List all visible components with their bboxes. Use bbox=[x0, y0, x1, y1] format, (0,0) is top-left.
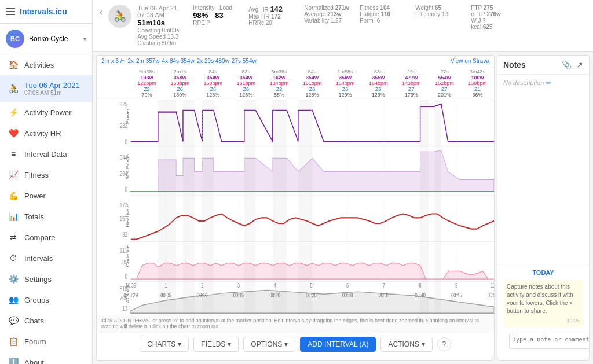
sidebar-item-label: Compare bbox=[24, 233, 55, 242]
charts-button[interactable]: CHARTS ▾ bbox=[140, 337, 189, 352]
int-seg-2: 2x bbox=[127, 58, 134, 64]
chevron-down-icon: ▾ bbox=[422, 340, 425, 348]
stat-power: Normalized 271w Average 213w Variability… bbox=[304, 5, 350, 46]
int-col-5: 84s354w161bpmZ6128% bbox=[295, 68, 328, 98]
sidebar-item-power[interactable]: 💪 Power bbox=[0, 185, 92, 206]
stat-kcal: kcal 625 bbox=[471, 24, 517, 30]
svg-text:92: 92 bbox=[122, 231, 127, 238]
stat-fitness: Fitness 104 Fatigue 110 Form -6 bbox=[360, 5, 406, 46]
main-chart-svg[interactable]: 625 282 0 544 294 0 172 157 92 111 85 0 … bbox=[97, 100, 494, 315]
sidebar-item-activity-hr[interactable]: ❤️ Activity HR bbox=[0, 123, 92, 144]
sidebar-item-label: Intervals bbox=[24, 254, 53, 263]
paperclip-icon[interactable]: 📎 bbox=[562, 60, 572, 69]
timer-icon: ⏱ bbox=[8, 253, 19, 263]
sidebar-item-compare[interactable]: ⇄ Compare bbox=[0, 227, 92, 248]
int-seg-3: 2m 357w bbox=[136, 58, 160, 64]
stat-fatigue: Fatigue 110 bbox=[360, 11, 406, 17]
no-description: No description ✏ bbox=[497, 75, 589, 91]
activity-stats: Tue 06 Apr 21 07:08 AM 51m10s Coasting 0… bbox=[137, 5, 586, 46]
chevron-down-icon[interactable]: ▾ bbox=[83, 36, 86, 42]
fields-button[interactable]: FIELDS ▾ bbox=[193, 337, 239, 352]
today-text: Capture notes about this activity and di… bbox=[507, 283, 580, 315]
bolt-icon: 💪 bbox=[8, 191, 19, 200]
stat-intensity-val: 98% 83 bbox=[193, 11, 239, 20]
svg-rect-7 bbox=[434, 100, 441, 315]
sidebar-item-fitness[interactable]: 📈 Fitness bbox=[0, 164, 92, 185]
sidebar-item-label: Groups bbox=[24, 296, 49, 304]
trend-icon: 📈 bbox=[8, 170, 19, 179]
svg-rect-6 bbox=[420, 100, 429, 315]
stat-eftp: eFTP 276w bbox=[471, 11, 517, 17]
content-area: 2m x 6 /~ 2x 2m 357w 4x 84s 354w 2x 29s … bbox=[93, 52, 593, 364]
sidebar-item-label: Activity HR bbox=[24, 129, 61, 138]
int-seg-1: 2m x 6 /~ bbox=[101, 58, 125, 64]
stat-hrrc: HRRc 20 bbox=[248, 20, 295, 26]
svg-text:9: 9 bbox=[455, 282, 457, 289]
chevron-down-icon: ▾ bbox=[178, 340, 181, 348]
svg-text:4: 4 bbox=[274, 282, 276, 289]
help-button[interactable]: ? bbox=[437, 337, 451, 351]
svg-text:8: 8 bbox=[419, 282, 422, 289]
sidebar-item-today[interactable]: 🚴 Tue 06 Apr 2021 07:08 AM 51m bbox=[0, 75, 92, 102]
svg-text:1: 1 bbox=[165, 282, 167, 289]
svg-text:00:05: 00:05 bbox=[160, 292, 171, 299]
stat-climbing: Climbing 809m bbox=[137, 40, 184, 46]
stat-maxhr: Max HR 172 bbox=[248, 13, 295, 20]
sidebar-item-forum[interactable]: 📋 Forum bbox=[0, 331, 92, 352]
user-section[interactable]: BC Boriko Cycle ▾ bbox=[0, 24, 92, 54]
int-col-9: 27s554w152bpmZ7201% bbox=[428, 68, 461, 98]
int-col-10: 3m43s100w139bpmZ136% bbox=[461, 68, 494, 98]
svg-text:0:43:29: 0:43:29 bbox=[124, 292, 138, 299]
svg-text:Power: Power bbox=[125, 108, 130, 124]
sidebar-item-interval-data[interactable]: ≡ Interval Data bbox=[0, 144, 92, 164]
list-icon: ≡ bbox=[8, 149, 19, 159]
sidebar-item-label: Fitness bbox=[24, 171, 49, 179]
int-col-8: 29s477w143bpmZ7173% bbox=[395, 68, 428, 98]
svg-text:00:15: 00:15 bbox=[233, 292, 244, 299]
gear-icon: ⚙️ bbox=[8, 274, 19, 284]
sidebar-item-chats[interactable]: 💬 Chats bbox=[0, 310, 92, 331]
share-icon[interactable]: ↗ bbox=[576, 60, 583, 69]
int-seg-4: 4x 84s 354w bbox=[162, 58, 195, 64]
add-interval-button[interactable]: ADD INTERVAL (A) bbox=[300, 337, 376, 352]
today-label: TODAY bbox=[503, 269, 583, 276]
sidebar-item-totals[interactable]: 📊 Totals bbox=[0, 206, 92, 227]
sidebar-item-activity-power[interactable]: ⚡ Activity Power bbox=[0, 102, 92, 123]
notes-input[interactable] bbox=[509, 333, 590, 349]
svg-text:10: 10 bbox=[490, 282, 494, 289]
sidebar-item-label: About bbox=[24, 358, 44, 365]
int-col-7: 83s355w164bpmZ6129% bbox=[362, 68, 395, 98]
sidebar-item-groups[interactable]: 👥 Groups bbox=[0, 289, 92, 310]
svg-text:00:35: 00:35 bbox=[379, 292, 389, 299]
chart-main: 2m x 6 /~ 2x 2m 357w 4x 84s 354w 2x 29s … bbox=[93, 52, 495, 364]
edit-description[interactable]: ✏ bbox=[546, 79, 551, 86]
svg-text:Cadence: Cadence bbox=[125, 245, 130, 267]
stat-ftp: FTP 275 eFTP 276w W J ? kcal 625 bbox=[471, 5, 517, 46]
chart-panel[interactable]: 2m x 6 /~ 2x 2m 357w 4x 84s 354w 2x 29s … bbox=[96, 55, 495, 361]
sidebar-item-label: Activities bbox=[24, 61, 54, 69]
sidebar-item-activities[interactable]: 🏠 Activities bbox=[0, 54, 92, 75]
actions-button[interactable]: ACTIONS ▾ bbox=[380, 337, 432, 352]
svg-text:00:45: 00:45 bbox=[451, 292, 462, 299]
int-col-4: 5m36s162w134bpmZ258% bbox=[262, 68, 295, 98]
sidebar-item-about[interactable]: ℹ️ About bbox=[0, 352, 92, 364]
charts-area[interactable]: 625 282 0 544 294 0 172 157 92 111 85 0 … bbox=[97, 100, 494, 315]
back-button[interactable]: ‹ bbox=[100, 7, 103, 17]
svg-text:00:50: 00:50 bbox=[488, 292, 494, 299]
hamburger-icon[interactable] bbox=[6, 8, 15, 15]
today-sub: 07:08 AM 51m bbox=[24, 90, 80, 96]
cycle-icon: 🚴 bbox=[8, 84, 19, 93]
stat-coasting: Coasting 0m03s bbox=[137, 27, 184, 34]
sidebar-item-label: Chats bbox=[24, 317, 44, 325]
sidebar-item-intervals[interactable]: ⏱ Intervals bbox=[0, 248, 92, 269]
stat-form: Form -6 bbox=[360, 17, 406, 24]
sidebar-item-settings[interactable]: ⚙️ Settings bbox=[0, 269, 92, 289]
main-content: ‹ 🚴 Tue 06 Apr 21 07:08 AM 51m10s Coasti… bbox=[93, 0, 593, 364]
notes-today: TODAY Capture notes about this activity … bbox=[497, 264, 589, 360]
int-seg-5: 2x 29s 480w bbox=[197, 58, 229, 64]
options-button[interactable]: OPTIONS ▾ bbox=[243, 337, 295, 352]
svg-text:30s Power: 30s Power bbox=[125, 153, 130, 180]
svg-text:00:40: 00:40 bbox=[415, 292, 425, 299]
view-on-strava[interactable]: View on Strava bbox=[451, 58, 489, 64]
svg-text:10.39: 10.39 bbox=[126, 282, 136, 289]
